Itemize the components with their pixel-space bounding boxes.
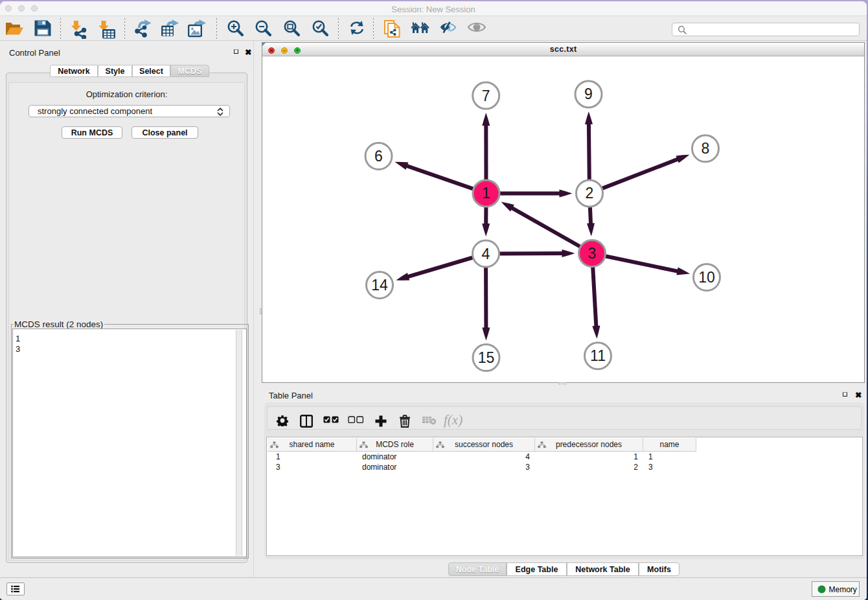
svg-text:4: 4 — [482, 246, 490, 262]
svg-text:8: 8 — [702, 140, 710, 157]
svg-text:11: 11 — [590, 347, 606, 364]
svg-text:10: 10 — [698, 269, 715, 286]
svg-text:14: 14 — [371, 277, 388, 294]
svg-text:9: 9 — [584, 86, 593, 102]
svg-text:2: 2 — [586, 185, 594, 202]
svg-text:15: 15 — [478, 349, 495, 366]
svg-text:7: 7 — [482, 87, 490, 104]
svg-text:1: 1 — [482, 185, 490, 202]
svg-text:6: 6 — [374, 148, 383, 165]
svg-text:3: 3 — [588, 245, 597, 262]
